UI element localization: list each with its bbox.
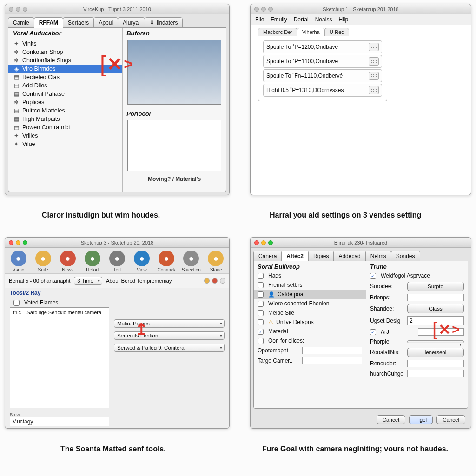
tab-sondes[interactable]: Sondes [391, 251, 420, 261]
textfield[interactable] [407, 360, 464, 367]
tool-suile[interactable]: ●Suile [33, 251, 53, 272]
left-item[interactable]: Fremal setbrs [254, 280, 366, 290]
tab-aftèc2[interactable]: Aftèc2 [281, 251, 309, 261]
subtab-2[interactable]: U-Rec [324, 28, 349, 36]
subtab-1[interactable]: Viherha [297, 28, 325, 36]
tree-item[interactable]: ▤Reclieleo Clas [8, 73, 122, 81]
tree-item[interactable]: ✦Vlnits [8, 40, 122, 48]
tab-ripies[interactable]: Ripies [308, 251, 334, 261]
tool-suiection[interactable]: ●Suiection [182, 251, 201, 272]
menu-nealss[interactable]: Nealss [315, 16, 332, 23]
bottom-textfield[interactable]: Muctagy [10, 417, 109, 426]
tool-stanc[interactable]: ●Stanc [206, 251, 225, 272]
tree-item[interactable]: ◈Viro Birmdes [8, 65, 122, 73]
tool-vsmo[interactable]: ●Vsmo [9, 251, 28, 272]
checkbox-icon[interactable] [258, 273, 264, 279]
tree-item[interactable]: ✦Vrilles [8, 132, 122, 140]
tree-item[interactable]: ✦Vilue [8, 140, 122, 148]
tab-rffam[interactable]: RFFAM [34, 17, 63, 28]
tab-aluryal[interactable]: Aluryal [118, 17, 145, 28]
tree-item[interactable]: ▤Pulttco Mlatteles [8, 106, 122, 115]
tab-lindaters[interactable]: ⇩ lindaters [145, 17, 183, 28]
tab-sertaers[interactable]: Sertaers [63, 17, 94, 28]
textfield[interactable] [418, 328, 464, 336]
checkbox-icon[interactable] [13, 300, 20, 306]
checkbox-icon[interactable] [258, 319, 264, 325]
grip-icon[interactable] [369, 72, 379, 80]
dialog-button-cancel[interactable]: Cancel [436, 415, 465, 424]
dialog-button-cancet[interactable]: Cancet [377, 415, 405, 424]
option-row[interactable]: Spoule To ˚P=1100,Onubave [263, 55, 382, 68]
status-dots [204, 278, 225, 284]
check-voted[interactable]: Voted Flames [10, 298, 109, 307]
tree-item[interactable]: ▤High Martpaits [8, 115, 122, 123]
tree-item[interactable]: ✻Chortionfiale Sings [8, 56, 122, 65]
tool-news[interactable]: ●News [58, 251, 77, 272]
tree-item[interactable]: ✻Conkotarr Shop [8, 48, 122, 56]
option-row[interactable]: Hight 0.5 ˚P=1310,DOdrnysses [263, 84, 382, 97]
tab-nelms[interactable]: Nelms [365, 251, 391, 261]
checkbox-icon[interactable] [258, 310, 264, 316]
tree-view[interactable]: t”lic 1 Sard lige Senckic mental camera [10, 307, 109, 408]
checkbox-icon[interactable] [258, 338, 264, 344]
option-row[interactable]: Spoule To ˚P=1200,Ondbave [263, 40, 382, 53]
menu-file[interactable]: File [255, 16, 264, 23]
combo[interactable]: Serterufs Firntion [114, 331, 225, 340]
option-row[interactable]: Spoule To ˚Fn=1110,Ondbervé [263, 69, 382, 82]
tool-tert[interactable]: ●Tert [107, 251, 126, 272]
tree-list: ✦Vlnits✻Conkotarr Shop✻Chortionfiale Sin… [8, 38, 122, 150]
small-button[interactable]: Glass [407, 304, 464, 313]
textfield[interactable] [302, 357, 362, 364]
textfield[interactable] [407, 370, 464, 377]
info-left: Bemal 5 - 00 ohantanapht [9, 278, 70, 284]
left-item[interactable]: Wiere conented Ehenion [254, 299, 366, 308]
left-item[interactable]: Oon for olices: [254, 336, 366, 345]
bottom-link[interactable]: Moving? / Material's [123, 173, 226, 185]
textfield[interactable]: 2 [407, 316, 464, 325]
menu-dertal[interactable]: Dertal [294, 16, 309, 23]
grip-icon[interactable] [369, 57, 379, 66]
tool-view[interactable]: ●View [132, 251, 152, 272]
combo[interactable]: Malin. Pames [114, 319, 225, 328]
tab-appul[interactable]: Appul [93, 17, 118, 28]
time-combo[interactable]: 3 Time [74, 277, 102, 285]
checkbox-icon[interactable] [258, 301, 264, 307]
textfield[interactable] [407, 294, 464, 301]
tree-item[interactable]: ▤Add Diles [8, 81, 122, 90]
combo[interactable] [407, 340, 464, 343]
traffic-lights[interactable] [254, 7, 273, 12]
menu-hilp[interactable]: Hilp [338, 16, 348, 23]
checkbox-icon[interactable] [258, 291, 264, 298]
grip-icon[interactable] [369, 86, 379, 94]
small-button[interactable]: Surpto [407, 282, 464, 291]
traffic-lights[interactable] [254, 240, 273, 245]
tab-addecad[interactable]: Addecad [333, 251, 365, 261]
left-item[interactable]: Hads [254, 271, 366, 280]
checkbox-icon[interactable]: ✓ [258, 329, 264, 335]
checkbox-icon[interactable]: ✓ [370, 273, 376, 279]
tree-item[interactable]: ✻Puplices [8, 98, 122, 106]
checkbox-icon[interactable]: ✓ [370, 329, 376, 335]
traffic-lights[interactable] [9, 240, 27, 245]
left-field-row: Opotomopht [254, 345, 366, 356]
traffic-lights[interactable] [9, 7, 27, 12]
combo[interactable]: Serwed & Palleg 9. Coniteral [114, 344, 225, 352]
grip-icon[interactable] [369, 43, 379, 51]
tree-item[interactable]: ▤Powen Contrarnict [8, 123, 122, 132]
left-item[interactable]: ⚠Unilve Delapns [254, 317, 366, 327]
left-item[interactable]: Melpe Sile [254, 308, 366, 317]
tool-connack[interactable]: ●Connack [157, 251, 176, 272]
dialog-button-figel[interactable]: Figel [409, 415, 433, 424]
tool-refort[interactable]: ●Refort [83, 251, 102, 272]
tab-canera[interactable]: Canera [253, 251, 282, 261]
checkbox-icon[interactable] [258, 282, 264, 288]
menu-fmully[interactable]: Fmully [271, 16, 287, 23]
tab-camle[interactable]: Camle [8, 17, 34, 28]
left-item[interactable]: ✓Material [254, 327, 366, 336]
textfield[interactable] [302, 347, 362, 354]
tree-item[interactable]: ▤Contrivil Pahase [8, 90, 122, 98]
subtab-0[interactable]: Macborc Der [258, 28, 298, 36]
left-item[interactable]: 👤Cafde poal [254, 290, 366, 299]
small-button[interactable]: lenerseol [407, 348, 464, 357]
combo-stack: Malin. PamesSerterufs FirntionSerwed & P… [114, 298, 225, 426]
